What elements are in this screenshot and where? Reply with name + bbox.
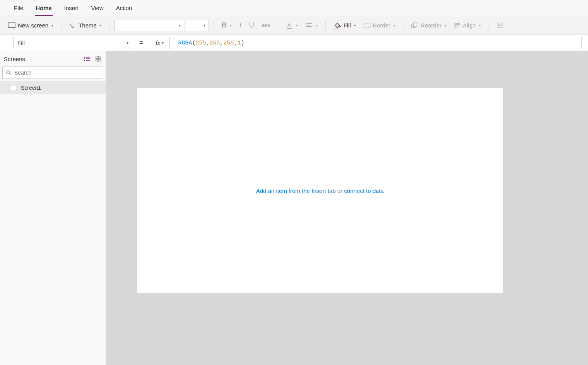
chevron-down-icon: ▾ [296,23,298,27]
fill-label: Fill [344,22,351,29]
font-color-icon: A [286,22,293,29]
tree-search[interactable] [2,67,103,79]
group-button[interactable] [494,21,507,30]
screen-icon [11,86,17,90]
fill-bucket-icon [333,22,341,29]
formula-input[interactable]: RGBA(255, 255, 255, 1) [174,37,582,49]
chevron-down-icon: ▾ [479,23,481,27]
fill-button[interactable]: Fill ▾ [330,20,359,31]
search-icon [6,70,11,75]
menu-insert[interactable]: Insert [58,0,85,16]
chevron-down-icon: ▾ [444,23,446,27]
svg-rect-16 [456,26,458,27]
svg-point-21 [84,58,85,59]
strikethrough-button[interactable]: abc [259,21,273,30]
svg-text:a: a [72,25,74,29]
fx-icon: fx [156,39,160,46]
tree-item-label: Screen1 [21,85,41,91]
svg-rect-27 [96,59,98,61]
tree-search-input[interactable] [14,69,100,76]
chevron-down-icon: ▾ [393,23,395,27]
font-color-button[interactable]: A ▾ [283,20,301,31]
italic-button[interactable]: I [236,20,244,31]
connect-data-link[interactable]: connect to data [344,188,384,194]
chevron-down-icon: ▾ [316,23,318,27]
canvas[interactable]: Add an item from the Insert tab or conne… [137,88,503,293]
tree-header: Screens [0,51,106,67]
border-button[interactable]: Border ▾ [361,20,398,30]
underline-button[interactable]: U [246,20,257,31]
svg-rect-13 [414,23,417,26]
align-label: Align [463,22,475,29]
tree-thumb-view-icon[interactable] [96,56,101,61]
reorder-button[interactable]: Reorder ▾ [408,20,450,30]
svg-rect-10 [335,28,340,29]
underline-icon: U [249,21,254,29]
svg-text:A: A [287,22,291,28]
canvas-hint: Add an item from the Insert tab or conne… [256,188,384,194]
chevron-down-icon: ▾ [162,41,164,45]
chevron-down-icon: ▾ [126,40,129,45]
text-align-button[interactable]: ▾ [303,21,321,30]
chevron-down-icon: ▾ [100,23,102,27]
theme-button[interactable]: A a Theme ▾ [66,20,105,30]
font-size-select[interactable]: ▾ [186,20,209,31]
svg-rect-26 [99,56,101,58]
svg-rect-11 [364,23,370,28]
tree-list-view-icon[interactable] [84,56,90,61]
fx-button[interactable]: fx ▾ [150,37,170,49]
align-button[interactable]: Align ▾ [451,20,484,30]
chevron-down-icon: ▾ [230,23,232,27]
menu-action[interactable]: Action [110,0,138,16]
align-left-icon [306,23,313,28]
insert-hint-link[interactable]: Add an item from the Insert tab [256,188,336,194]
menu-file[interactable]: File [8,0,29,16]
chevron-down-icon: ▾ [51,23,53,27]
svg-rect-15 [456,24,460,25]
tree-title: Screens [4,56,25,62]
svg-line-30 [9,73,11,75]
canvas-area: Add an item from the Insert tab or conne… [106,51,588,365]
svg-point-19 [84,57,85,58]
svg-rect-25 [96,56,98,58]
reorder-icon [411,22,418,29]
tree-pane: Screens [0,51,106,365]
ribbon: New screen ▾ A a Theme ▾ ▾ ▾ B ▾ I U abc [0,16,588,35]
menu-home[interactable]: Home [29,0,58,16]
property-select[interactable]: Fill ▾ [13,37,133,49]
bold-icon: B [222,21,227,29]
theme-label: Theme [79,22,97,29]
font-family-select[interactable]: ▾ [115,20,184,31]
new-screen-icon [8,22,15,29]
bold-button[interactable]: B ▾ [219,20,235,31]
chevron-down-icon: ▾ [179,23,181,27]
strikethrough-icon: abc [262,22,270,28]
theme-icon: A a [69,22,76,29]
menu-bar: File Home Insert View Action [0,0,588,16]
svg-point-9 [339,26,341,27]
new-screen-button[interactable]: New screen ▾ [5,20,56,30]
svg-rect-4 [287,28,292,29]
border-icon [364,23,371,28]
property-name: Fill [17,39,25,46]
new-screen-label: New screen [18,22,48,29]
svg-text:A: A [69,24,72,28]
chevron-down-icon: ▾ [203,23,205,27]
align-icon [454,22,460,29]
reorder-label: Reorder [420,22,441,29]
svg-point-23 [84,60,85,61]
equals-label: = [138,39,145,47]
svg-rect-17 [497,23,503,27]
svg-rect-0 [8,23,15,27]
italic-icon: I [239,21,241,29]
tree-item-screen1[interactable]: Screen1 [0,81,106,94]
group-icon [497,22,504,29]
svg-rect-28 [99,59,101,61]
svg-rect-18 [498,24,500,26]
tree-items: Screen1 [0,81,106,94]
border-label: Border [373,22,390,29]
chevron-down-icon: ▾ [354,23,356,27]
menu-view[interactable]: View [85,0,109,16]
svg-point-29 [7,71,10,74]
formula-bar: Fill ▾ = fx ▾ RGBA(255, 255, 255, 1) [0,35,588,51]
